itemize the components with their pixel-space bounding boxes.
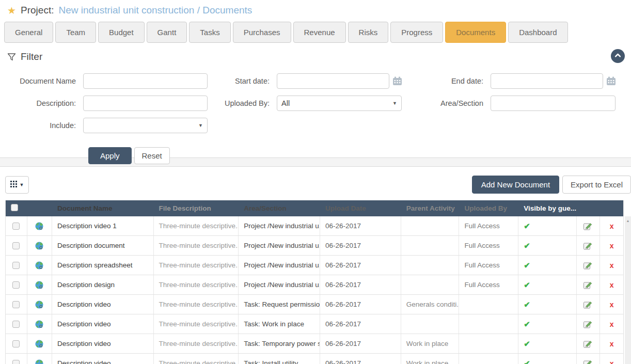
- reset-button[interactable]: Reset: [134, 147, 170, 164]
- column-chooser-button[interactable]: ▼: [5, 176, 29, 194]
- table-header-row: Document Name File Description Area/Sect…: [6, 200, 623, 216]
- column-header-upload-date[interactable]: Upload Date: [320, 204, 401, 212]
- uploaded-by-select[interactable]: All ▼: [277, 96, 402, 111]
- cell-file-description: Three-minute descriptive...: [154, 236, 239, 255]
- delete-button[interactable]: x: [610, 261, 614, 270]
- visible-check-icon: ✔: [524, 320, 530, 329]
- cell-document-name[interactable]: Description video: [52, 334, 154, 353]
- cell-upload-date: 06-26-2017: [320, 354, 401, 364]
- row-checkbox[interactable]: [12, 242, 20, 249]
- cell-document-name[interactable]: Description video 1: [52, 216, 154, 235]
- edit-icon[interactable]: [583, 340, 593, 348]
- edit-icon[interactable]: [583, 242, 593, 250]
- cell-parent-activity: [401, 314, 460, 334]
- visible-check-icon: ✔: [524, 300, 530, 309]
- delete-button[interactable]: x: [610, 281, 614, 289]
- column-header-area-section[interactable]: Area/Section: [239, 204, 320, 212]
- tab-revenue[interactable]: Revenue: [293, 22, 346, 43]
- column-header-parent-activity[interactable]: Parent Activity: [401, 204, 460, 212]
- filter-title-label: Filter: [21, 51, 42, 62]
- globe-icon: [35, 222, 43, 230]
- cell-upload-date: 06-26-2017: [320, 216, 401, 235]
- calendar-icon[interactable]: [392, 76, 402, 86]
- visible-check-icon: ✔: [524, 241, 530, 250]
- delete-button[interactable]: x: [610, 242, 614, 250]
- row-checkbox[interactable]: [12, 340, 20, 347]
- apply-button[interactable]: Apply: [88, 147, 132, 164]
- globe-icon: [35, 359, 43, 364]
- add-new-document-button[interactable]: Add New Document: [472, 176, 559, 194]
- table-row: Description video Three-minute descripti…: [6, 314, 623, 334]
- tab-progress[interactable]: Progress: [390, 22, 443, 43]
- edit-icon[interactable]: [583, 300, 593, 309]
- chevron-down-icon: ▼: [198, 123, 203, 128]
- select-all-checkbox[interactable]: [11, 204, 18, 211]
- cell-parent-activity: Work in place: [401, 334, 460, 353]
- column-header-visible-by-guest[interactable]: Visible by gue...: [518, 204, 577, 212]
- delete-button[interactable]: x: [610, 300, 614, 309]
- tab-purchases[interactable]: Purchases: [233, 22, 291, 43]
- column-header-file-description[interactable]: File Description: [154, 204, 239, 212]
- tab-general[interactable]: General: [4, 22, 53, 43]
- row-checkbox[interactable]: [12, 262, 20, 269]
- edit-icon[interactable]: [583, 359, 593, 364]
- tab-documents[interactable]: Documents: [445, 22, 506, 43]
- cell-document-name[interactable]: Description design: [52, 275, 154, 294]
- cell-area-section: Project /New industrial u...: [239, 256, 320, 275]
- grid-toolbar: ▼ Add New Document Export to Excel: [0, 167, 631, 200]
- row-checkbox[interactable]: [12, 360, 20, 364]
- chevron-down-icon: ▼: [392, 101, 397, 106]
- edit-icon[interactable]: [583, 281, 593, 289]
- globe-icon: [35, 281, 43, 289]
- edit-icon[interactable]: [583, 261, 593, 270]
- filter-form: Document Name Description: Include: ▼ Ap…: [7, 73, 624, 164]
- cell-document-name[interactable]: Description video: [52, 295, 154, 314]
- row-checkbox[interactable]: [12, 301, 20, 308]
- breadcrumb[interactable]: New industrial unit construction / Docum…: [58, 5, 252, 16]
- delete-button[interactable]: x: [610, 222, 614, 230]
- cell-area-section: Task: Request permissions: [239, 295, 320, 314]
- documents-table: Document Name File Description Area/Sect…: [5, 200, 624, 364]
- tab-gantt[interactable]: Gantt: [147, 22, 187, 43]
- tab-team[interactable]: Team: [55, 22, 96, 43]
- delete-button[interactable]: x: [610, 320, 614, 328]
- calendar-icon[interactable]: [606, 76, 616, 86]
- table-scrollbar[interactable]: ▲: [625, 216, 631, 364]
- column-header-document-name[interactable]: Document Name: [52, 204, 154, 212]
- start-date-input[interactable]: [277, 73, 389, 89]
- include-select[interactable]: ▼: [83, 118, 208, 133]
- description-input[interactable]: [83, 96, 208, 111]
- globe-icon: [35, 300, 43, 309]
- tab-risks[interactable]: Risks: [348, 22, 389, 43]
- visible-check-icon: ✔: [524, 261, 530, 270]
- cell-document-name[interactable]: Description spreadsheet: [52, 256, 154, 275]
- area-section-input[interactable]: [491, 96, 616, 111]
- cell-document-name[interactable]: Description document: [52, 236, 154, 255]
- cell-uploaded-by: Full Access: [459, 256, 518, 275]
- edit-icon[interactable]: [583, 222, 593, 230]
- row-checkbox[interactable]: [12, 281, 20, 289]
- export-to-excel-button[interactable]: Export to Excel: [562, 176, 631, 194]
- tab-dashboard[interactable]: Dashboard: [508, 22, 567, 43]
- column-header-uploaded-by[interactable]: Uploaded By: [459, 204, 518, 212]
- edit-icon[interactable]: [583, 320, 593, 328]
- tab-tasks[interactable]: Tasks: [189, 22, 230, 43]
- cell-parent-activity: [401, 256, 460, 275]
- cell-parent-activity: Work in place: [401, 354, 460, 364]
- tab-budget[interactable]: Budget: [98, 22, 145, 43]
- cell-file-description: Three-minute descriptive...: [154, 354, 239, 364]
- table-row: Description document Three-minute descri…: [6, 236, 623, 256]
- row-checkbox[interactable]: [12, 223, 20, 230]
- row-checkbox[interactable]: [12, 321, 20, 328]
- delete-button[interactable]: x: [610, 340, 614, 348]
- collapse-filter-button[interactable]: [611, 49, 625, 63]
- delete-button[interactable]: x: [610, 359, 614, 364]
- grid-icon: [10, 180, 17, 189]
- end-date-input[interactable]: [491, 73, 603, 89]
- cell-document-name[interactable]: Description video: [52, 314, 154, 334]
- uploaded-by-label: Uploaded By:: [214, 99, 277, 107]
- cell-file-description: Three-minute descriptive...: [154, 334, 239, 353]
- document-name-input[interactable]: [83, 73, 208, 89]
- cell-document-name[interactable]: Description video: [52, 354, 154, 364]
- table-row: Description video Three-minute descripti…: [6, 295, 623, 314]
